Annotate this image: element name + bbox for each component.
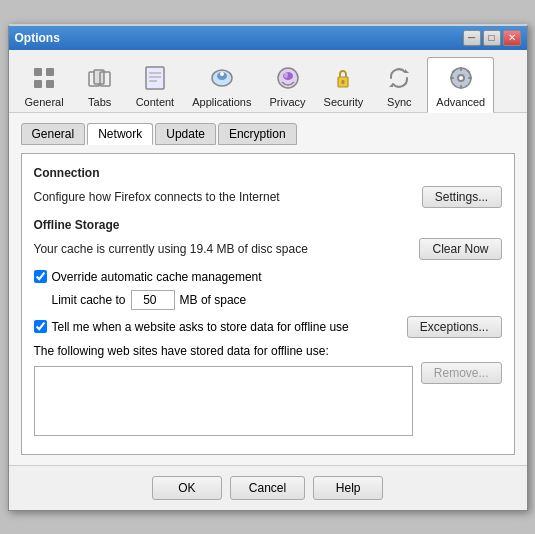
svg-point-23 <box>459 76 463 80</box>
bottom-bar: OK Cancel Help <box>9 465 527 510</box>
toolbar-item-content[interactable]: Content <box>128 58 183 112</box>
window-title: Options <box>15 31 60 45</box>
sites-label: The following web sites have stored data… <box>34 344 502 358</box>
ok-button[interactable]: OK <box>152 476 222 500</box>
tell-me-row: Tell me when a website asks to store dat… <box>34 316 502 338</box>
toolbar-label-privacy: Privacy <box>270 96 306 108</box>
toolbar-label-tabs: Tabs <box>88 96 111 108</box>
toolbar-label-advanced: Advanced <box>436 96 485 108</box>
override-checkbox-row: Override automatic cache management <box>34 270 502 284</box>
tabs-bar: General Network Update Encryption <box>21 123 515 145</box>
network-panel: Connection Configure how Firefox connect… <box>21 153 515 455</box>
toolbar-item-security[interactable]: Security <box>316 58 372 112</box>
svg-rect-26 <box>450 77 454 79</box>
connection-section-title: Connection <box>34 166 502 180</box>
cache-limit-input[interactable] <box>131 290 175 310</box>
svg-point-13 <box>220 72 224 76</box>
toolbar-label-applications: Applications <box>192 96 251 108</box>
offline-sites-list[interactable] <box>34 366 413 436</box>
settings-button[interactable]: Settings... <box>422 186 502 208</box>
toolbar-label-content: Content <box>136 96 175 108</box>
tab-network[interactable]: Network <box>87 123 153 145</box>
svg-marker-19 <box>405 69 409 73</box>
minimize-button[interactable]: ─ <box>463 30 481 46</box>
svg-rect-18 <box>342 80 345 84</box>
toolbar-label-security: Security <box>324 96 364 108</box>
override-checkbox[interactable] <box>34 270 47 283</box>
connection-row: Configure how Firefox connects to the In… <box>34 186 502 208</box>
toolbar-item-advanced[interactable]: Advanced <box>427 57 494 113</box>
toolbar-item-sync[interactable]: Sync <box>373 58 425 112</box>
limit-label: Limit cache to <box>52 293 126 307</box>
options-window: Options ─ □ ✕ General <box>8 24 528 511</box>
svg-rect-7 <box>146 67 164 89</box>
connection-label: Configure how Firefox connects to the In… <box>34 190 280 204</box>
sync-icon <box>383 62 415 94</box>
clear-now-button[interactable]: Clear Now <box>419 238 501 260</box>
title-controls: ─ □ ✕ <box>463 30 521 46</box>
override-label[interactable]: Override automatic cache management <box>52 270 262 284</box>
close-button[interactable]: ✕ <box>503 30 521 46</box>
remove-button[interactable]: Remove... <box>421 362 502 384</box>
svg-rect-3 <box>46 80 54 88</box>
cache-limit-row: Limit cache to MB of space <box>52 290 502 310</box>
toolbar-label-general: General <box>25 96 64 108</box>
limit-unit-label: MB of space <box>180 293 247 307</box>
toolbar-item-privacy[interactable]: Privacy <box>262 58 314 112</box>
cache-usage-label: Your cache is currently using 19.4 MB of… <box>34 242 308 256</box>
svg-rect-1 <box>46 68 54 76</box>
cache-usage-row: Your cache is currently using 19.4 MB of… <box>34 238 502 260</box>
tab-general[interactable]: General <box>21 123 86 145</box>
content-area: General Network Update Encryption Connec… <box>9 113 527 465</box>
tab-update[interactable]: Update <box>155 123 216 145</box>
tell-me-checkbox-row: Tell me when a website asks to store dat… <box>34 320 349 334</box>
general-icon <box>28 62 60 94</box>
tabs-icon <box>84 62 116 94</box>
toolbar-item-general[interactable]: General <box>17 58 72 112</box>
help-button[interactable]: Help <box>313 476 383 500</box>
svg-rect-2 <box>34 80 42 88</box>
title-bar: Options ─ □ ✕ <box>9 26 527 50</box>
toolbar-item-applications[interactable]: Applications <box>184 58 259 112</box>
content-icon <box>139 62 171 94</box>
maximize-button[interactable]: □ <box>483 30 501 46</box>
tab-encryption[interactable]: Encryption <box>218 123 297 145</box>
privacy-icon <box>272 62 304 94</box>
svg-rect-27 <box>468 77 472 79</box>
svg-rect-25 <box>460 85 462 89</box>
advanced-icon <box>445 62 477 94</box>
tell-me-label[interactable]: Tell me when a website asks to store dat… <box>52 320 349 334</box>
exceptions-button[interactable]: Exceptions... <box>407 316 502 338</box>
svg-rect-24 <box>460 67 462 71</box>
offline-section-title: Offline Storage <box>34 218 502 232</box>
tell-me-checkbox[interactable] <box>34 320 47 333</box>
applications-icon <box>206 62 238 94</box>
svg-point-16 <box>284 72 288 78</box>
toolbar: General Tabs Cont <box>9 50 527 113</box>
cancel-button[interactable]: Cancel <box>230 476 305 500</box>
toolbar-item-tabs[interactable]: Tabs <box>74 58 126 112</box>
svg-rect-0 <box>34 68 42 76</box>
toolbar-label-sync: Sync <box>387 96 411 108</box>
security-icon <box>327 62 359 94</box>
